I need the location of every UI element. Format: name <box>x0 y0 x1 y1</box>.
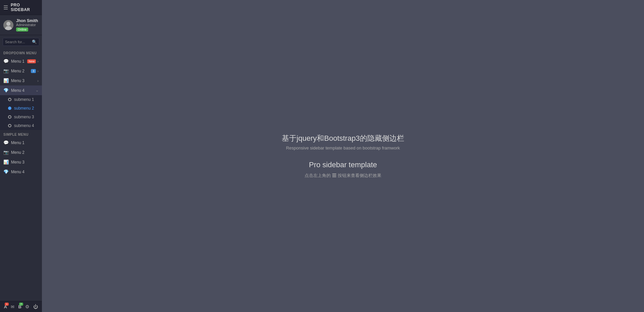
sidebar-header: ☰ PRO SIDEBAR <box>0 0 42 15</box>
main-content: 基于jquery和Bootstrap3的隐藏侧边栏 Responsive sid… <box>42 0 644 312</box>
sidebar-footer: A 1 ✉ B 7 ⚙ ⏻ <box>0 301 42 312</box>
sidebar-item-simple-menu4[interactable]: 💎 Menu 4 <box>0 167 42 177</box>
chart-icon: 📊 <box>3 78 9 83</box>
submenu4-label: submenu 4 <box>14 123 34 128</box>
sidebar: ☰ PRO SIDEBAR Jhon Smith Administrator O… <box>0 0 42 312</box>
user-info: Jhon Smith Administrator Online <box>16 18 38 32</box>
settings-icon[interactable]: ⚙ <box>25 304 30 309</box>
camera-icon: 📷 <box>3 150 9 155</box>
submenu2-label: submenu 2 <box>14 106 34 111</box>
main-template-title: Pro sidebar template <box>309 161 377 169</box>
chevron-right-icon: › <box>37 59 39 63</box>
main-title-zh: 基于jquery和Bootstrap3的隐藏侧边栏 <box>282 133 404 143</box>
chart-icon: 📊 <box>3 160 9 165</box>
submenu1-label: submenu 1 <box>14 97 34 102</box>
menu1-label: Menu 1 <box>11 59 27 64</box>
user-block: Jhon Smith Administrator Online <box>0 15 42 35</box>
submenu3-label: submenu 3 <box>14 115 34 119</box>
svg-point-1 <box>6 22 10 26</box>
sidebar-item-dropdown-menu1[interactable]: 💬 Menu 1 New › <box>0 56 42 66</box>
search-box: 🔍 <box>3 38 39 46</box>
menu4-label: Menu 4 <box>11 88 36 93</box>
dot-icon <box>8 124 11 127</box>
notification-b-badge: 7 <box>19 303 23 306</box>
count-badge: 3 <box>31 69 36 73</box>
message-icon[interactable]: ✉ <box>11 304 14 309</box>
sidebar-item-dropdown-menu2[interactable]: 📷 Menu 2 3 › <box>0 66 42 76</box>
chevron-right-icon: › <box>37 69 39 73</box>
user-name: Jhon Smith <box>16 18 38 23</box>
submenu-item-1[interactable]: submenu 1 <box>0 95 42 104</box>
user-role: Administrator <box>16 23 38 27</box>
submenu: submenu 1 submenu 2 submenu 3 submenu 4 <box>0 95 42 130</box>
simple-menu4-label: Menu 4 <box>11 170 39 174</box>
new-badge: New <box>27 59 36 63</box>
dropdown-section-label: DROPDOWN MENU <box>0 49 42 56</box>
main-hint: 点击左上角的 ☰ 按钮来查看侧边栏效果 <box>305 173 381 179</box>
sidebar-item-simple-menu3[interactable]: 📊 Menu 3 <box>0 157 42 167</box>
power-icon[interactable]: ⏻ <box>33 304 38 309</box>
avatar <box>3 20 13 30</box>
notification-a-icon[interactable]: A 1 <box>4 304 7 309</box>
user-status: Online <box>16 27 28 32</box>
chevron-right-icon: › <box>37 79 39 83</box>
camera-icon: 📷 <box>3 68 9 73</box>
search-button[interactable]: 🔍 <box>30 38 39 46</box>
sidebar-item-dropdown-menu4[interactable]: 💎 Menu 4 ⌄ <box>0 85 42 95</box>
simple-menu1-label: Menu 1 <box>11 140 39 145</box>
dot-icon <box>8 107 11 110</box>
hamburger-icon[interactable]: ☰ <box>3 4 8 11</box>
sidebar-item-simple-menu2[interactable]: 📷 Menu 2 <box>0 147 42 157</box>
search-input[interactable] <box>3 38 30 46</box>
chevron-down-icon: ⌄ <box>36 88 39 92</box>
main-subtitle: Responsive sidebar template based on boo… <box>286 145 400 150</box>
simple-menu2-label: Menu 2 <box>11 150 39 155</box>
simple-section-label: SIMPLE MENU <box>0 130 42 138</box>
submenu-item-4[interactable]: submenu 4 <box>0 121 42 130</box>
notification-a-badge: 1 <box>5 303 9 306</box>
comment-icon: 💬 <box>3 140 9 145</box>
diamond-icon: 💎 <box>3 169 9 174</box>
diamond-icon: 💎 <box>3 88 9 93</box>
comment-icon: 💬 <box>3 59 9 64</box>
menu2-label: Menu 2 <box>11 69 31 73</box>
dot-icon <box>8 98 11 101</box>
submenu-item-2[interactable]: submenu 2 <box>0 104 42 113</box>
submenu-item-3[interactable]: submenu 3 <box>0 113 42 121</box>
sidebar-title: PRO SIDEBAR <box>11 3 39 12</box>
menu3-label: Menu 3 <box>11 78 37 83</box>
sidebar-item-dropdown-menu3[interactable]: 📊 Menu 3 › <box>0 76 42 85</box>
sidebar-item-simple-menu1[interactable]: 💬 Menu 1 <box>0 138 42 147</box>
notification-b-icon[interactable]: B 7 <box>18 304 21 309</box>
dot-icon <box>8 115 11 119</box>
simple-menu3-label: Menu 3 <box>11 160 39 165</box>
